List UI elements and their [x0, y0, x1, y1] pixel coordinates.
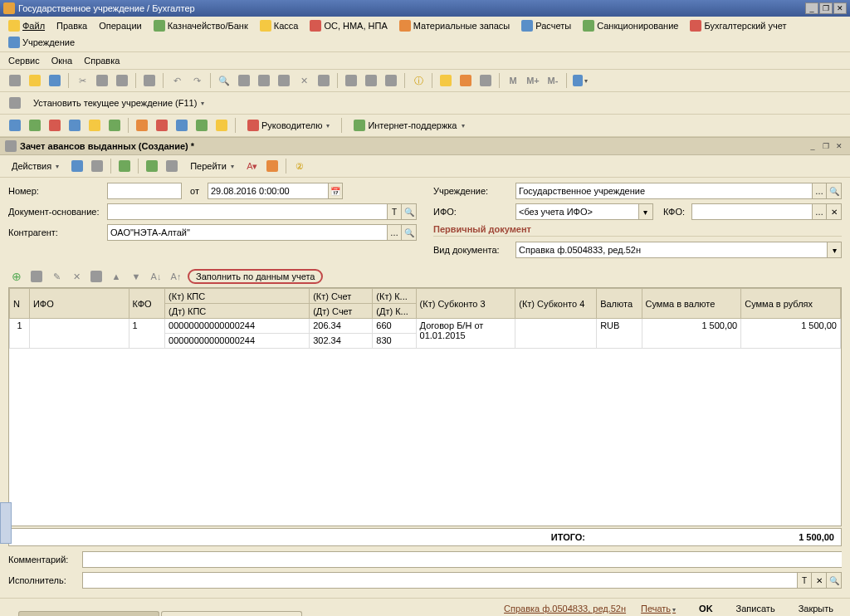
calculator-icon[interactable]	[437, 72, 454, 89]
sc-6[interactable]	[106, 117, 123, 134]
col-n[interactable]: N	[10, 289, 30, 319]
contractor-search-button[interactable]: 🔍	[402, 224, 417, 241]
menu-account[interactable]: Бухгалтерский учет	[685, 18, 791, 33]
sort-asc-icon[interactable]: A↓	[148, 268, 164, 285]
tb-btn-cal2[interactable]	[477, 72, 494, 89]
kfo-input[interactable]	[691, 203, 812, 220]
edit-row-icon[interactable]: ✎	[48, 268, 65, 285]
number-input[interactable]	[107, 183, 182, 199]
docbase-search-button[interactable]: 🔍	[402, 203, 417, 220]
find-icon[interactable]: 🔍	[216, 72, 232, 89]
col-kt-sub3[interactable]: (Кт) Субконто 3	[416, 289, 515, 319]
add-row-icon[interactable]: ⊕	[8, 268, 25, 285]
calendar-icon[interactable]	[457, 72, 474, 89]
open-icon[interactable]	[27, 72, 43, 89]
date-input[interactable]	[208, 183, 328, 199]
col-kt-sub4[interactable]: (Кт) Субконто 4	[515, 289, 597, 319]
set-institution-button[interactable]: Установить текущее учреждение (F11)	[27, 95, 211, 111]
doc-minimize[interactable]: _	[807, 140, 818, 152]
help-icon[interactable]: ⓘ	[410, 72, 427, 89]
executor-search-button[interactable]: 🔍	[827, 572, 842, 589]
doc-tb-2[interactable]	[89, 158, 105, 174]
ifo-input[interactable]	[515, 203, 638, 220]
move-up-icon[interactable]: ▲	[108, 268, 125, 285]
restore-button[interactable]: ❐	[819, 2, 833, 14]
save-button[interactable]: Записать	[728, 602, 784, 615]
fill-from-data-button[interactable]: Заполнить по данным учета	[188, 269, 323, 284]
executor-clear-button[interactable]: ✕	[812, 572, 827, 589]
doctype-dropdown-button[interactable]: ▾	[827, 242, 842, 258]
menu-os[interactable]: ОС, НМА, НПА	[305, 18, 392, 33]
kfo-ellipsis-button[interactable]: …	[812, 203, 827, 220]
tab-documents[interactable]: Документы Зачет авансов ...	[18, 611, 159, 616]
sc-4[interactable]	[66, 117, 83, 134]
sc-9[interactable]	[173, 117, 190, 134]
col-dt-kps[interactable]: (Дт) КПС	[165, 304, 310, 319]
redo-icon[interactable]: ↷	[188, 72, 205, 89]
doc-tb-1[interactable]	[69, 158, 85, 174]
col-sumr[interactable]: Сумма в рублях	[741, 289, 841, 319]
goto-button[interactable]: Перейти	[183, 158, 241, 174]
institution-ellipsis-button[interactable]: …	[812, 183, 827, 199]
cut-icon[interactable]: ✂	[74, 72, 90, 89]
sc-3[interactable]	[46, 117, 63, 134]
doc-tb-3[interactable]	[116, 158, 133, 174]
copy-row-icon[interactable]	[28, 268, 45, 285]
close-doc-button[interactable]: Закрыть	[790, 602, 842, 615]
menu-treasury[interactable]: Казначейство/Банк	[149, 18, 253, 33]
sidebar-handle[interactable]	[0, 502, 12, 544]
new-icon[interactable]	[7, 72, 23, 89]
docbase-t-button[interactable]: T	[387, 203, 402, 220]
col-kfo[interactable]: КФО	[129, 289, 165, 319]
ifo-dropdown-button[interactable]: ▾	[638, 203, 653, 220]
tb-btn-d[interactable]: ✕	[296, 72, 312, 89]
doc-restore[interactable]: ❐	[820, 140, 832, 152]
print-button[interactable]: Печать	[633, 602, 684, 615]
menu-service[interactable]: Сервис	[3, 54, 45, 67]
docbase-input[interactable]	[107, 203, 387, 220]
mem-mplus[interactable]: М+	[525, 72, 541, 89]
doc-tb-4[interactable]	[144, 158, 160, 174]
contractor-ellipsis-button[interactable]: …	[387, 224, 402, 241]
tb-btn-last[interactable]	[572, 72, 589, 89]
menu-institution[interactable]: Учреждение	[3, 35, 80, 50]
sc-8[interactable]	[154, 117, 170, 134]
minimize-button[interactable]: _	[805, 2, 818, 14]
sc-2[interactable]	[27, 117, 43, 134]
doc-help-icon[interactable]: ②	[291, 158, 308, 174]
paste-icon[interactable]	[114, 72, 130, 89]
mem-m[interactable]: М	[505, 72, 521, 89]
actions-button[interactable]: Действия	[5, 158, 66, 174]
col-kt-k[interactable]: (Кт) К...	[373, 289, 416, 304]
col-ifo[interactable]: ИФО	[29, 289, 129, 319]
menu-kassa[interactable]: Касса	[255, 18, 304, 33]
calendar-button[interactable]: 📅	[328, 183, 343, 199]
kfo-clear-button[interactable]: ✕	[827, 203, 842, 220]
sort-desc-icon[interactable]: A↑	[168, 268, 184, 285]
close-button[interactable]: ✕	[833, 2, 847, 14]
undo-icon[interactable]: ↶	[169, 72, 185, 89]
tb-btn-c[interactable]	[276, 72, 292, 89]
data-grid[interactable]: N ИФО КФО (Кт) КПС (Кт) Счет (Кт) К... (…	[8, 287, 842, 526]
menu-calc[interactable]: Расчеты	[516, 18, 576, 33]
col-kt-kps[interactable]: (Кт) КПС	[165, 289, 310, 304]
menu-help[interactable]: Справка	[79, 54, 125, 67]
tb-btn-g[interactable]	[363, 72, 379, 89]
tab-current-doc[interactable]: Зачет авансов выданных (С...	[161, 611, 302, 616]
doc-tb-6[interactable]: А▾	[244, 158, 261, 174]
mem-mminus[interactable]: М-	[545, 72, 561, 89]
sc-10[interactable]	[193, 117, 210, 134]
tb-btn-h[interactable]	[383, 72, 399, 89]
menu-windows[interactable]: Окна	[46, 54, 78, 67]
institution-input[interactable]	[515, 183, 812, 199]
doc-tb-7[interactable]	[264, 158, 281, 174]
manager-button[interactable]: Руководителю	[241, 117, 336, 134]
sc-1[interactable]	[7, 117, 23, 134]
sc-7[interactable]	[134, 117, 150, 134]
move-down-icon[interactable]: ▼	[128, 268, 144, 285]
tb-btn-b[interactable]	[256, 72, 272, 89]
doctype-input[interactable]	[515, 242, 827, 258]
tb-btn-f[interactable]	[343, 72, 359, 89]
doc-tb-5[interactable]	[164, 158, 180, 174]
table-row[interactable]: 1 1 00000000000000244 206.34 660 Договор…	[10, 319, 841, 334]
